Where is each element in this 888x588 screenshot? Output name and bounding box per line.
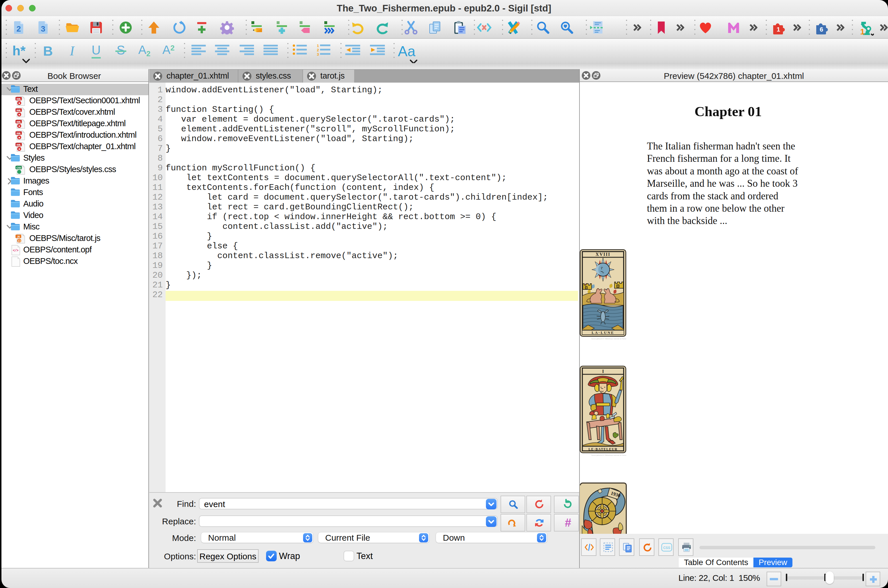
svg-text:●: ● (18, 113, 20, 116)
svg-text:CSS: CSS (17, 166, 21, 169)
svg-text:XML: XML (17, 98, 21, 100)
svg-text:JS: JS (17, 235, 20, 238)
svg-text:LA·LUNE: LA·LUNE (592, 330, 615, 335)
svg-text:LE·BATELEUR: LE·BATELEUR (588, 447, 618, 451)
svg-text:2: 2 (17, 24, 21, 33)
svg-text:I: I (602, 369, 604, 374)
svg-text:1: 1 (317, 44, 319, 48)
svg-text:1: 1 (777, 26, 780, 33)
svg-text:XML: XML (17, 143, 21, 146)
svg-text:{ }: { } (18, 239, 21, 242)
svg-text:</>: </> (13, 249, 18, 253)
svg-text:XVIII: XVIII (595, 252, 610, 257)
svg-text:●: ● (18, 136, 20, 139)
svg-text:1: 1 (860, 27, 865, 36)
svg-text:3: 3 (41, 24, 45, 33)
svg-text:●: ● (18, 147, 20, 151)
svg-text:XML: XML (17, 132, 21, 135)
svg-text:3: 3 (317, 52, 319, 56)
svg-text:CSS: CSS (663, 546, 670, 550)
svg-text:●: ● (18, 124, 20, 128)
svg-text:XML: XML (17, 109, 21, 112)
svg-text:XML: XML (17, 120, 21, 123)
svg-text:2: 2 (317, 48, 319, 52)
svg-text:6: 6 (820, 26, 823, 33)
svg-text:●: ● (18, 101, 20, 105)
